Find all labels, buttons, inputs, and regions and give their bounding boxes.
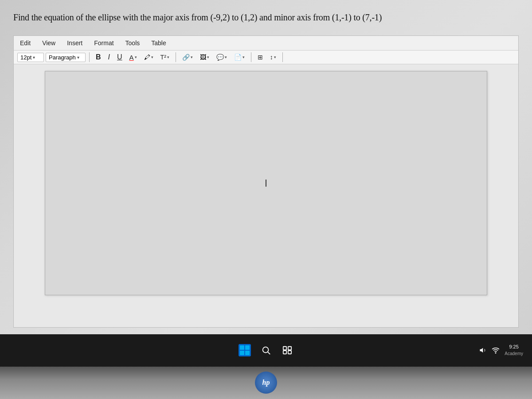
paragraph-chevron: ▾ — [77, 55, 79, 60]
underline-label: U — [117, 53, 122, 61]
task-view-icon — [282, 345, 292, 355]
font-size-chevron: ▾ — [33, 55, 35, 60]
win-logo-tr — [245, 345, 250, 350]
highlight-button[interactable]: 🖍 ▾ — [141, 53, 156, 62]
toolbar: 12pt ▾ Paragraph ▾ B I U A — [14, 51, 518, 64]
highlight-label: 🖍 — [144, 54, 150, 61]
link-chevron: ▾ — [191, 55, 193, 59]
template-icon: 📄 — [234, 54, 242, 61]
template-button[interactable]: 📄 ▾ — [231, 53, 247, 62]
svg-rect-4 — [283, 351, 286, 354]
svg-point-7 — [496, 352, 497, 353]
volume-icon[interactable] — [479, 346, 488, 355]
network-icon[interactable] — [491, 346, 500, 355]
separator-3 — [251, 52, 251, 62]
search-button[interactable] — [258, 342, 274, 358]
menu-table[interactable]: Table — [149, 39, 168, 47]
hp-logo-text: hp — [262, 379, 270, 387]
win-logo-tl — [240, 345, 244, 350]
win-logo-br — [245, 351, 250, 355]
bold-button[interactable]: B — [93, 52, 104, 62]
text-cursor — [266, 180, 266, 187]
svg-marker-6 — [480, 348, 483, 353]
image-chevron: ▾ — [207, 55, 209, 59]
cursor-chevron: ▾ — [274, 55, 276, 59]
underline-button[interactable]: U — [114, 52, 125, 62]
paragraph-style-value: Paragraph — [49, 54, 76, 61]
separator-4 — [282, 52, 283, 62]
image-button[interactable]: 🖼 ▾ — [197, 53, 212, 62]
italic-label: I — [108, 53, 110, 61]
question-text: Find the equation of the ellipse with th… — [13, 12, 519, 23]
svg-rect-3 — [288, 347, 291, 350]
font-color-chevron: ▾ — [135, 55, 137, 59]
link-icon: 🔗 — [182, 54, 190, 61]
menu-edit[interactable]: Edit — [18, 39, 32, 47]
menu-insert[interactable]: Insert — [65, 39, 84, 47]
font-color-button[interactable]: A ▾ — [127, 53, 140, 62]
superscript-label: T² — [160, 54, 166, 61]
separator-2 — [176, 52, 176, 62]
editor-content[interactable] — [14, 64, 518, 327]
bold-label: B — [96, 53, 101, 61]
menu-bar: Edit View Insert Format Tools Table — [14, 36, 518, 51]
laptop-screen: Find the equation of the ellipse with th… — [0, 0, 532, 334]
superscript-button[interactable]: T² ▾ — [158, 53, 172, 62]
cursor-button[interactable]: ↕ ▾ — [267, 53, 279, 62]
font-color-label: A — [129, 54, 134, 61]
editor-page[interactable] — [45, 71, 487, 295]
italic-button[interactable]: I — [106, 52, 113, 62]
hp-logo: hp — [255, 372, 277, 394]
menu-format[interactable]: Format — [92, 39, 115, 47]
time-display: 9:25 — [505, 344, 523, 350]
menu-view[interactable]: View — [40, 39, 57, 47]
template-chevron: ▾ — [243, 55, 245, 59]
highlight-chevron: ▾ — [151, 55, 153, 59]
menu-tools[interactable]: Tools — [124, 39, 142, 47]
taskbar: 9:25 Academy — [0, 334, 532, 367]
taskbar-right-area: 9:25 Academy — [479, 344, 523, 356]
comment-button[interactable]: 💬 ▾ — [214, 53, 230, 62]
svg-point-0 — [263, 347, 269, 353]
table-button[interactable]: ⊞ — [255, 53, 266, 62]
windows-logo-container — [239, 344, 251, 356]
paragraph-style-dropdown[interactable]: Paragraph ▾ — [46, 53, 86, 62]
superscript-chevron: ▾ — [167, 55, 169, 59]
link-button[interactable]: 🔗 ▾ — [180, 53, 196, 62]
comment-icon: 💬 — [216, 54, 224, 61]
font-size-value: 12pt — [20, 54, 31, 61]
separator-1 — [89, 52, 90, 62]
comment-chevron: ▾ — [225, 55, 227, 59]
search-icon — [261, 345, 271, 355]
task-view-button[interactable] — [279, 342, 295, 358]
table-icon: ⊞ — [258, 54, 263, 61]
win-logo-bl — [240, 351, 244, 355]
laptop-bottom: hp — [0, 367, 532, 399]
font-size-dropdown[interactable]: 12pt ▾ — [17, 53, 44, 62]
svg-rect-5 — [288, 351, 291, 354]
taskbar-time: 9:25 Academy — [505, 344, 523, 356]
windows-start-button[interactable] — [237, 342, 253, 358]
image-icon: 🖼 — [200, 54, 206, 61]
date-display: Academy — [505, 351, 523, 357]
svg-rect-2 — [283, 347, 286, 350]
svg-line-1 — [268, 352, 270, 354]
editor-container: Edit View Insert Format Tools Table 12pt… — [13, 35, 519, 328]
windows-logo — [240, 345, 250, 355]
system-icons — [479, 346, 500, 355]
cursor-icon: ↕ — [270, 54, 273, 61]
